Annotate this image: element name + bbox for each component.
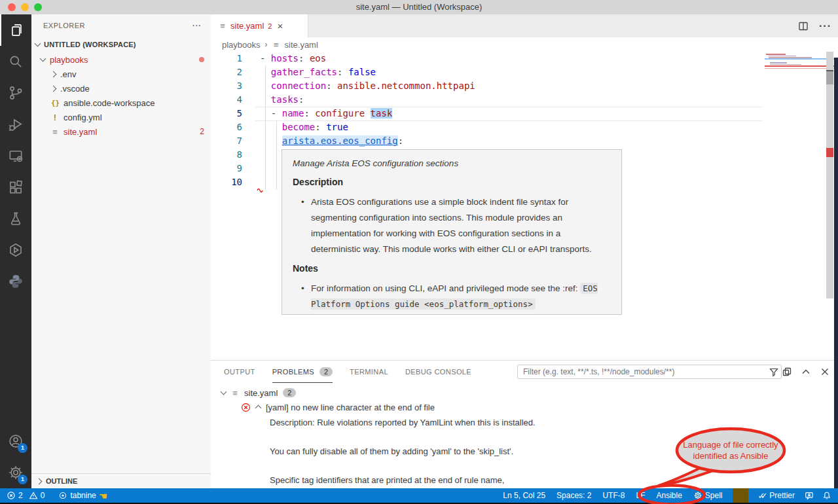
panel-tab-terminal[interactable]: TERMINAL: [350, 361, 388, 383]
cursor-position[interactable]: Ln 5, Col 25: [501, 488, 547, 503]
prettier-status[interactable]: ✓✓ Prettier: [757, 488, 796, 503]
chevron-right-icon: [36, 478, 43, 484]
explorer-item--vscode[interactable]: .vscode: [31, 81, 211, 96]
panel-tab-debug-console[interactable]: DEBUG CONSOLE: [405, 361, 471, 383]
explorer-item-ansible-code-workspace[interactable]: {}ansible.code-workspace: [31, 96, 211, 110]
tab-site-yaml[interactable]: ≡ site.yaml 2 ×: [211, 14, 308, 37]
screen-edge-strip: [834, 58, 838, 488]
item-label: .env: [60, 69, 77, 79]
error-squiggle: [257, 187, 266, 192]
line-number: 5: [211, 107, 242, 120]
problem-count-badge: 2: [283, 388, 296, 397]
code-line-5[interactable]: - name: configure task: [260, 107, 392, 120]
panel-tab-problems[interactable]: PROBLEMS2: [272, 361, 333, 383]
explorer-item-config-yml[interactable]: !config.yml: [31, 110, 211, 124]
settings-gear-icon[interactable]: 1: [0, 457, 31, 488]
tabnine-icon: [58, 491, 67, 500]
chevron-down-icon: [40, 56, 46, 62]
panel-tab-output[interactable]: OUTPUT: [224, 361, 255, 383]
panel-tab-label: PROBLEMS: [272, 368, 314, 376]
spell-status[interactable]: Spell: [692, 488, 724, 503]
item-label: ansible.code-workspace: [64, 98, 155, 108]
code-line-2[interactable]: gather_facts: false: [260, 65, 376, 79]
warning-triangle-icon: [29, 491, 38, 500]
extensions-icon[interactable]: [0, 171, 31, 203]
line-number: 1: [211, 52, 242, 65]
hexagon-extension-icon[interactable]: [0, 234, 31, 266]
line-number: 6: [211, 120, 242, 134]
problems-status[interactable]: 2 0: [5, 488, 46, 503]
feedback-icon[interactable]: [805, 491, 814, 500]
language-mode[interactable]: Ansible: [655, 488, 683, 503]
problem-message: [yaml] no new line character at the end …: [266, 403, 435, 412]
module-summary: Manage Arista EOS configuration sections: [293, 158, 608, 168]
editor-scrollbar[interactable]: [826, 52, 833, 298]
description-text: Arista EOS configurations use a simple b…: [311, 194, 608, 257]
encoding[interactable]: UTF-8: [601, 488, 626, 503]
line-number: 3: [211, 79, 242, 93]
run-and-debug-icon[interactable]: [0, 109, 31, 140]
spell-gear-icon: [693, 491, 702, 500]
close-panel-icon[interactable]: [820, 367, 830, 377]
note-item: For more information on using Ansible to…: [311, 314, 608, 315]
explorer-item-site-yaml[interactable]: ≡site.yaml2: [31, 124, 211, 139]
python-icon[interactable]: [0, 266, 31, 297]
tabnine-status[interactable]: tabnine ☚: [57, 488, 109, 503]
problems-filter-input[interactable]: [517, 365, 782, 379]
code-line-4[interactable]: tasks:: [260, 93, 304, 107]
code-line-6[interactable]: become: true: [260, 120, 348, 134]
scrollbar-thumb[interactable]: [826, 70, 833, 84]
split-editor-icon[interactable]: [798, 21, 809, 31]
problems-file-group[interactable]: ≡ site.yaml 2: [221, 386, 296, 400]
chevron-up-icon[interactable]: [255, 405, 262, 412]
filter-funnel-icon[interactable]: [769, 367, 779, 377]
panel-tab-badge: 2: [319, 367, 333, 376]
accounts-icon[interactable]: 1: [0, 425, 31, 457]
eol-sequence[interactable]: LF: [634, 488, 646, 503]
code-line-1[interactable]: - hosts: eos: [260, 52, 326, 65]
indentation[interactable]: Spaces: 2: [555, 488, 592, 503]
open-in-editor-icon[interactable]: [782, 367, 792, 377]
explorer-item-playbooks[interactable]: playbooks: [31, 52, 211, 67]
modified-dot: [199, 57, 204, 62]
problem-detail-line: Description: Rule violations reported by…: [270, 416, 536, 430]
vscode-window: site.yaml — Untitled (Workspace): [0, 0, 838, 504]
editor-group: ≡ site.yaml 2 × ··· playbooks › ≡ site.y…: [211, 14, 838, 488]
close-tab-icon[interactable]: ×: [277, 20, 283, 31]
explorer-sidebar: EXPLORER ··· UNTITLED (WORKSPACE) playbo…: [31, 14, 211, 488]
outline-section[interactable]: OUTLINE: [31, 473, 211, 488]
yaml-file-icon: ≡: [219, 21, 227, 31]
problem-row[interactable]: [yaml] no new line character at the end …: [241, 400, 435, 414]
problem-detail-line: [270, 430, 536, 444]
testing-beaker-icon[interactable]: [0, 203, 31, 234]
panel-tab-label: OUTPUT: [224, 368, 255, 376]
breadcrumb-folder[interactable]: playbooks: [222, 40, 261, 50]
workspace-root[interactable]: UNTITLED (WORKSPACE): [31, 37, 211, 52]
code-line-3[interactable]: connection: ansible.netcommon.httpapi: [260, 79, 475, 93]
colored-status-block[interactable]: [733, 488, 748, 503]
maximize-panel-icon[interactable]: [801, 367, 811, 377]
code-line-7[interactable]: arista.eos.eos_config:: [260, 134, 403, 148]
pointing-hand-icon: ☚: [99, 491, 107, 501]
explorer-item--env[interactable]: .env: [31, 67, 211, 81]
tab-bar: ≡ site.yaml 2 × ···: [211, 14, 838, 37]
code-editor[interactable]: 1- hosts: eos2 gather_facts: false3 conn…: [211, 52, 838, 361]
editor-more-actions[interactable]: ···: [819, 20, 831, 32]
panel-tab-label: TERMINAL: [350, 368, 388, 376]
explorer-more-actions[interactable]: ···: [192, 22, 202, 29]
explorer-icon[interactable]: [0, 14, 33, 46]
line-number: 7: [211, 134, 242, 148]
breadcrumb-file[interactable]: site.yaml: [285, 40, 318, 50]
explorer-title: EXPLORER: [43, 22, 85, 29]
notes-heading: Notes: [293, 263, 608, 274]
breadcrumb: playbooks › ≡ site.yaml: [211, 37, 838, 52]
line-number: 9: [211, 162, 242, 175]
error-circle-icon: [7, 491, 16, 500]
status-bar: 2 0 tabnine ☚ Ln 5, Col 25 Spaces: 2 UTF…: [0, 488, 838, 503]
search-icon[interactable]: [0, 46, 31, 77]
list-file-icon: ≡: [51, 127, 59, 137]
source-control-icon[interactable]: [0, 77, 31, 109]
remote-explorer-icon[interactable]: [0, 140, 31, 171]
settings-badge: 1: [18, 475, 27, 484]
bell-icon[interactable]: [822, 491, 831, 500]
